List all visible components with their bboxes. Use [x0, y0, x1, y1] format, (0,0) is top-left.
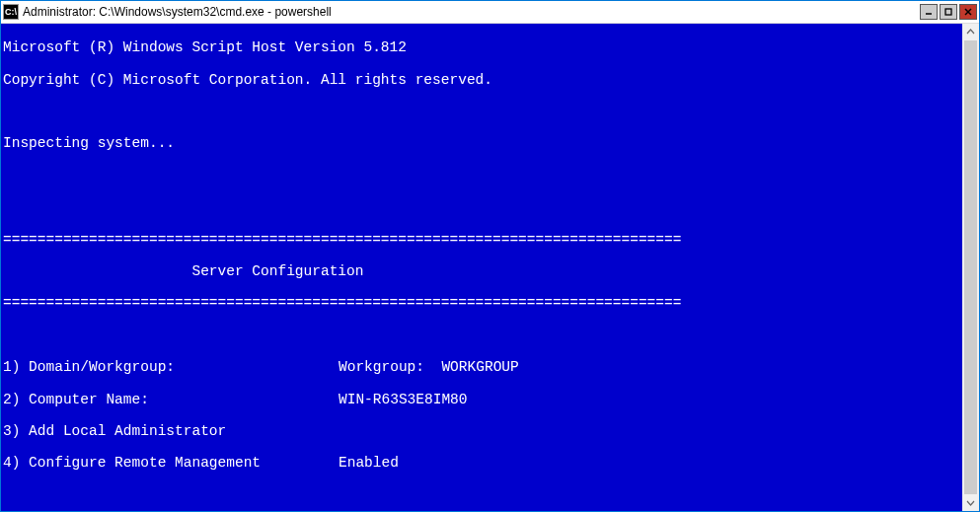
scroll-up-button[interactable] [962, 24, 979, 40]
console-output[interactable]: Microsoft (R) Windows Script Host Versio… [1, 24, 962, 511]
app-title: Server Configuration [191, 263, 363, 279]
script-host-version: Microsoft (R) Windows Script Host Versio… [3, 39, 960, 55]
menu-item: 1) Domain/Workgroup:Workgroup: WORKGROUP [3, 359, 960, 375]
blank-line [3, 104, 960, 119]
console-area: Microsoft (R) Windows Script Host Versio… [1, 24, 979, 511]
scrollbar-track[interactable] [962, 40, 979, 494]
close-button[interactable] [959, 4, 977, 20]
titlebar: C:\ Administrator: C:\Windows\system32\c… [1, 1, 979, 24]
rule-line: ========================================… [3, 295, 960, 311]
scrollbar-thumb[interactable] [964, 40, 977, 494]
vertical-scrollbar[interactable] [962, 24, 979, 511]
maximize-button[interactable] [940, 4, 957, 20]
minimize-button[interactable] [920, 4, 938, 20]
menu-item: 3) Add Local Administrator [3, 423, 960, 439]
blank-line [3, 168, 960, 183]
copyright-line: Copyright (C) Microsoft Corporation. All… [3, 72, 960, 88]
app-title-line: Server Configuration [3, 263, 960, 279]
inspecting-line: Inspecting system... [3, 135, 960, 151]
blank-line [3, 328, 960, 343]
blank-line [3, 199, 960, 215]
svg-rect-1 [945, 9, 951, 15]
menu-item: 4) Configure Remote ManagementEnabled [3, 455, 960, 471]
cmd-icon: C:\ [3, 4, 19, 20]
rule-line: ========================================… [3, 232, 960, 248]
cmd-window: C:\ Administrator: C:\Windows\system32\c… [0, 0, 980, 512]
blank-line [3, 487, 960, 503]
scroll-down-button[interactable] [962, 494, 979, 511]
window-title: Administrator: C:\Windows\system32\cmd.e… [23, 5, 920, 19]
titlebar-buttons [920, 4, 977, 20]
chevron-down-icon [966, 498, 975, 507]
cmd-icon-label: C:\ [5, 7, 17, 17]
menu-item: 2) Computer Name:WIN-R63S3E8IM80 [3, 392, 960, 407]
chevron-up-icon [966, 28, 975, 37]
